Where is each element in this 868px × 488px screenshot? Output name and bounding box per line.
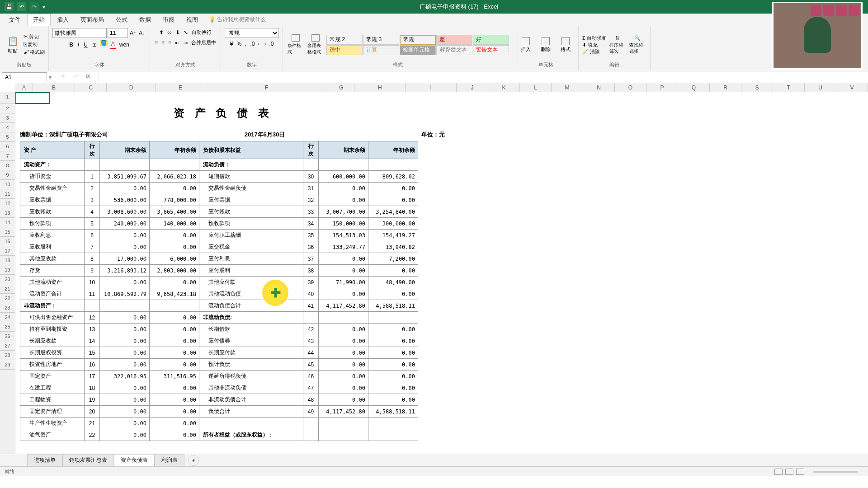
tell-me-input[interactable]: 💡 告诉我您想要做什么 [209,16,266,23]
cell[interactable]: 3,851,099.67 [100,171,150,183]
cell[interactable]: 0.00 [368,371,418,382]
cell[interactable]: 0.00 [319,382,368,394]
cell[interactable]: 3,008,600.00 [100,206,150,218]
cell[interactable]: 133,249.77 [319,241,368,253]
cell[interactable]: 0.00 [319,324,368,335]
cell[interactable]: 其他非流动负债 [199,382,303,394]
cell[interactable]: 油气资产 [20,429,85,441]
row-header-8[interactable]: 8 [0,161,15,170]
cell[interactable]: 11 [85,288,100,300]
align-left-icon[interactable]: ≡ [154,38,159,47]
align-right-icon[interactable]: ≡ [167,38,172,47]
cell[interactable]: 0.00 [100,241,150,253]
zoom-out-button[interactable]: − [807,469,810,474]
cell[interactable]: 3,254,840.00 [368,206,418,218]
row-header-6[interactable]: 6 [0,142,15,151]
cell[interactable]: 10,869,592.79 [100,288,150,300]
cell[interactable]: 预计负债 [199,359,303,371]
cell[interactable]: 生产性生物资产 [20,418,85,429]
percent-icon[interactable]: % [236,40,242,48]
font-size-select[interactable] [108,28,128,38]
cell[interactable]: 固定资产 [20,371,85,382]
cell[interactable]: 36 [303,241,319,253]
row-header-25[interactable]: 25 [0,322,15,332]
cell[interactable]: 7,200.00 [368,253,418,265]
cell[interactable]: 0.00 [368,194,418,206]
row-header-18[interactable]: 18 [0,256,15,265]
indent-left-icon[interactable]: ⇤ [174,38,180,47]
cell[interactable] [303,429,319,441]
col-header-L[interactable]: L [520,83,552,92]
col-header-T[interactable]: T [773,83,805,92]
cell[interactable]: 交易性金融资产 [20,183,85,194]
cell[interactable]: 311,516.95 [150,371,199,382]
cell[interactable]: 9,658,423.18 [150,288,199,300]
zoom-in-button[interactable]: + [861,469,863,474]
redo-icon[interactable]: ↷ [30,2,39,11]
menu-视图[interactable]: 视图 [181,14,203,26]
cell[interactable]: 7 [85,241,100,253]
currency-icon[interactable]: ¥ [229,40,234,48]
cell[interactable]: 0.00 [100,324,150,335]
cell[interactable] [150,300,199,312]
menu-公式[interactable]: 公式 [110,14,133,26]
style-bad[interactable]: 差 [436,35,472,45]
cell[interactable]: 10 [85,277,100,288]
cell[interactable]: 其他应付款 [199,277,303,288]
cell[interactable] [150,159,199,171]
row-header-28[interactable]: 28 [0,351,15,360]
cell[interactable]: 预付款项 [20,218,85,230]
cell[interactable]: 0.00 [319,194,368,206]
cell[interactable]: 0.00 [150,406,199,418]
cell[interactable]: 应收票据 [20,194,85,206]
cell[interactable]: 2,066,023.18 [150,171,199,183]
cell[interactable]: 0.00 [100,382,150,394]
align-bottom-icon[interactable]: ⬇ [175,28,181,37]
col-header-B[interactable]: B [33,83,75,92]
orientation-icon[interactable]: ⤡ [183,28,189,37]
cell[interactable]: 600,000.00 [319,171,368,183]
cell[interactable]: 应付票据 [199,194,303,206]
style-good[interactable]: 好 [473,35,509,45]
row-header-22[interactable]: 22 [0,294,15,303]
cell[interactable]: 39 [303,277,319,288]
menu-插入[interactable]: 插入 [52,14,74,26]
cell[interactable] [319,159,368,171]
italic-button[interactable]: I [77,40,80,49]
cell[interactable]: 6,000.00 [150,253,199,265]
row-header-7[interactable]: 7 [0,151,15,161]
fx-icon[interactable]: fx [86,73,95,82]
cell[interactable]: 0.00 [150,418,199,429]
cell[interactable]: 应付职工薪酬 [199,230,303,241]
scissors-icon[interactable]: ✂ [24,33,28,40]
cell[interactable]: 流动负债： [199,159,303,171]
cell[interactable]: 322,016.95 [100,371,150,382]
cell[interactable]: 工程物资 [20,394,85,406]
cell[interactable] [303,312,319,324]
brush-icon[interactable]: 🖌 [24,49,29,56]
cell[interactable]: 长期应收款 [20,335,85,347]
cell[interactable]: 0.00 [368,324,418,335]
col-header-P[interactable]: P [646,83,678,92]
cell[interactable]: 0.00 [319,347,368,359]
row-header-20[interactable]: 20 [0,275,15,284]
cell[interactable] [100,159,150,171]
row-header-19[interactable]: 19 [0,265,15,275]
cell[interactable]: 32 [303,194,319,206]
style-check[interactable]: 检查单元格 [400,45,436,55]
style-normal[interactable]: 常规 [400,35,436,45]
row-header-15[interactable]: 15 [0,227,15,237]
row-header-3[interactable]: 3 [0,113,15,123]
cell[interactable]: 货币资金 [20,171,85,183]
cell[interactable]: 43 [303,335,319,347]
bold-button[interactable]: B [68,40,74,49]
cell[interactable]: 流动负债合计 [199,300,303,312]
cell[interactable]: 150,000.00 [319,218,368,230]
cell[interactable] [100,300,150,312]
col-header-U[interactable]: U [805,83,836,92]
cell[interactable]: 0.00 [100,347,150,359]
cell[interactable]: 35 [303,230,319,241]
cell[interactable]: 3,865,400.00 [150,206,199,218]
cell[interactable]: 0.00 [150,230,199,241]
col-header-R[interactable]: R [710,83,741,92]
